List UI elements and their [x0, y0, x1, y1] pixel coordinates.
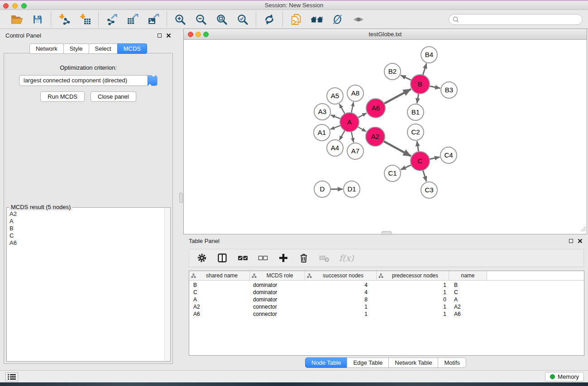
search-field[interactable] — [449, 14, 583, 25]
node-A1[interactable]: A1 — [314, 124, 330, 141]
table-settings-button[interactable] — [196, 252, 207, 264]
zoom-selected-button[interactable] — [234, 12, 251, 27]
edge-A-A6[interactable] — [358, 113, 367, 118]
zoom-in-button[interactable] — [172, 12, 188, 27]
node-C[interactable]: C — [411, 152, 430, 171]
node-C3[interactable]: C3 — [421, 182, 437, 198]
table-row[interactable]: A2connector11A2 — [189, 303, 584, 310]
node-C4[interactable]: C4 — [440, 147, 457, 163]
result-item[interactable]: A2 — [10, 210, 164, 218]
node-C2[interactable]: C2 — [407, 124, 424, 140]
edge-A2-C[interactable] — [383, 141, 411, 156]
export-network-button[interactable] — [104, 12, 120, 27]
table-row[interactable]: A6connector11A6 — [189, 310, 584, 318]
node-A6[interactable]: A6 — [366, 99, 385, 118]
result-item[interactable]: C — [10, 232, 164, 239]
network-window-titlebar[interactable]: testGlobe.txt — [184, 29, 587, 40]
node-B3[interactable]: B3 — [441, 82, 457, 98]
node-A[interactable]: A — [340, 113, 359, 132]
node-D1[interactable]: D1 — [344, 181, 360, 197]
tab-network-table[interactable]: Network Table — [388, 357, 438, 368]
edge-A-A1[interactable] — [330, 125, 341, 129]
close-panel-icon[interactable] — [166, 33, 171, 38]
deselect-all-button[interactable] — [258, 252, 268, 264]
edge-B-B4[interactable] — [423, 63, 426, 75]
table-row[interactable]: Cdominator41C — [189, 289, 584, 296]
tab-mcds[interactable]: MCDS — [117, 43, 147, 54]
close-traffic-light-icon[interactable] — [188, 32, 193, 37]
table-row[interactable]: Bdominator41B — [189, 281, 584, 289]
edge-C-C4[interactable] — [430, 157, 440, 159]
node-A2[interactable]: A2 — [366, 127, 385, 146]
edge-A-A7[interactable] — [351, 132, 354, 143]
select-all-button[interactable] — [237, 252, 248, 264]
run-mcds-button[interactable]: Run MCDS — [40, 91, 85, 102]
float-panel-icon[interactable] — [158, 33, 162, 38]
edge-B-B2[interactable] — [401, 75, 411, 80]
tab-edge-table[interactable]: Edge Table — [347, 357, 389, 368]
zoom-fit-button[interactable] — [214, 12, 230, 27]
refresh-network-button[interactable] — [261, 12, 277, 27]
optimization-criterion-select[interactable]: largest connected component (directed) — [19, 75, 158, 86]
zoom-out-button[interactable] — [193, 12, 209, 27]
column-header-name[interactable]: name — [449, 271, 487, 280]
import-table-button[interactable] — [77, 12, 93, 27]
node-A7[interactable]: A7 — [347, 143, 363, 159]
node-B4[interactable]: B4 — [421, 47, 437, 63]
node-B1[interactable]: B1 — [407, 104, 424, 120]
search-input[interactable] — [459, 16, 579, 23]
create-column-button[interactable] — [278, 252, 289, 264]
node-B2[interactable]: B2 — [384, 63, 401, 80]
export-image-button[interactable] — [145, 12, 162, 27]
node-A4[interactable]: A4 — [327, 140, 343, 156]
close-traffic-light-icon[interactable] — [3, 3, 9, 9]
result-item[interactable]: A — [10, 218, 164, 225]
column-header-mcds-role[interactable]: MCDS role — [250, 271, 305, 280]
column-header-predecessor-nodes[interactable]: predecessor nodes — [377, 271, 449, 280]
close-panel-button[interactable]: Close panel — [91, 91, 136, 102]
tab-node-table[interactable]: Node Table — [305, 357, 348, 368]
edge-A-A5[interactable] — [339, 104, 345, 114]
zoom-traffic-light-icon[interactable] — [21, 3, 27, 9]
function-builder-button[interactable]: f(x) — [339, 252, 354, 264]
float-panel-icon[interactable] — [569, 239, 573, 243]
hide-glyphs-button[interactable] — [330, 12, 346, 27]
close-panel-icon[interactable] — [578, 238, 583, 243]
show-overview-button[interactable] — [350, 12, 367, 27]
memory-button[interactable]: Memory — [545, 372, 584, 381]
node-D[interactable]: D — [314, 181, 330, 197]
minimize-traffic-light-icon[interactable] — [196, 32, 201, 37]
table-row[interactable]: Adominator80A — [189, 296, 584, 303]
node-A3[interactable]: A3 — [314, 104, 330, 120]
open-session-button[interactable] — [9, 12, 25, 27]
edge-A-A2[interactable] — [358, 127, 366, 131]
node-A5[interactable]: A5 — [327, 88, 343, 104]
minimize-traffic-light-icon[interactable] — [12, 3, 18, 9]
edge-A-A4[interactable] — [339, 130, 345, 140]
delete-table-button[interactable] — [319, 252, 330, 264]
vertical-splitter-handle[interactable] — [179, 193, 183, 203]
column-header-shared-name[interactable]: shared name — [189, 271, 250, 280]
export-table-button[interactable] — [124, 12, 141, 27]
result-scrollbar[interactable] — [164, 208, 170, 361]
edge-B-B1[interactable] — [417, 94, 418, 104]
tab-style[interactable]: Style — [63, 43, 89, 54]
edge-C-C2[interactable] — [417, 141, 419, 152]
resize-grip-icon[interactable] — [580, 225, 586, 234]
node-A8[interactable]: A8 — [347, 85, 363, 101]
result-item[interactable]: B — [10, 225, 164, 232]
edge-C-C1[interactable] — [401, 165, 411, 169]
import-network-button[interactable] — [56, 12, 72, 27]
show-columns-button[interactable] — [217, 252, 228, 264]
home-button[interactable] — [309, 12, 325, 27]
edge-A6-B[interactable] — [384, 89, 411, 104]
tab-select[interactable]: Select — [89, 43, 118, 54]
edge-A-A3[interactable] — [331, 115, 341, 119]
edge-A-A8[interactable] — [351, 102, 354, 113]
edge-B-B3[interactable] — [430, 86, 440, 88]
task-history-button[interactable] — [5, 372, 18, 381]
node-B[interactable]: B — [411, 75, 430, 94]
network-canvas[interactable]: B4B2BB3A8A5A6A3B1AA1C2A2A4A7C4CC1DD1C3 — [184, 40, 587, 234]
clone-network-button[interactable] — [288, 12, 304, 27]
result-item[interactable]: A6 — [10, 239, 164, 247]
